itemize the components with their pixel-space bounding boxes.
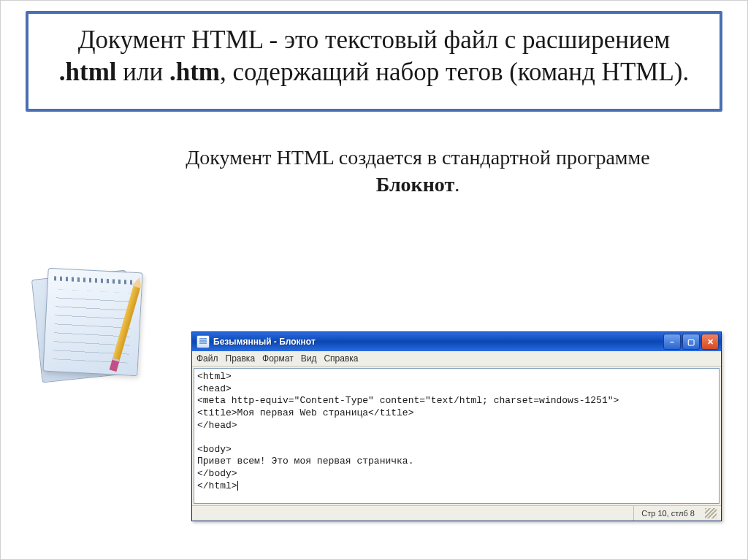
title-bold-2: .htm xyxy=(169,58,220,86)
menu-bar: Файл Правка Формат Вид Справка xyxy=(192,351,721,367)
notepad-app-icon xyxy=(196,335,210,348)
window-buttons: – ▢ ✕ xyxy=(663,334,719,350)
status-cursor-pos: Стр 10, стлб 8 xyxy=(633,506,702,521)
subtitle-text-2: . xyxy=(454,173,459,196)
subtitle: Документ HTML создается в стандартной пр… xyxy=(26,144,722,199)
menu-file[interactable]: Файл xyxy=(196,353,218,364)
title-text-3: , содержащий набор тегов (команд HTML). xyxy=(220,58,689,86)
menu-format[interactable]: Формат xyxy=(262,353,294,364)
title-text-2: или xyxy=(117,58,169,86)
menu-view[interactable]: Вид xyxy=(301,353,317,364)
resize-grip-icon[interactable] xyxy=(705,508,717,518)
subtitle-bold: Блокнот xyxy=(376,173,455,196)
title-text-1: Документ HTML - это текстовый файл с рас… xyxy=(78,26,671,54)
menu-help[interactable]: Справка xyxy=(324,353,358,364)
maximize-button[interactable]: ▢ xyxy=(682,334,700,350)
title-bold-1: .html xyxy=(59,58,117,86)
notepad-illustration-icon xyxy=(23,253,148,391)
window-title: Безымянный - Блокнот xyxy=(213,337,663,347)
subtitle-text-1: Документ HTML создается в стандартной пр… xyxy=(186,146,649,169)
window-titlebar[interactable]: Безымянный - Блокнот – ▢ ✕ xyxy=(192,332,721,351)
editor-textarea[interactable]: <html> <head> <meta http-equiv="Content-… xyxy=(194,368,720,504)
notepad-window: Безымянный - Блокнот – ▢ ✕ Файл Правка Ф… xyxy=(191,331,722,521)
close-button[interactable]: ✕ xyxy=(701,334,719,350)
menu-edit[interactable]: Правка xyxy=(226,353,256,364)
slide: Документ HTML - это текстовый файл с рас… xyxy=(0,0,748,560)
status-bar: Стр 10, стлб 8 xyxy=(192,505,721,521)
title-box: Документ HTML - это текстовый файл с рас… xyxy=(26,11,722,112)
minimize-button[interactable]: – xyxy=(663,334,681,350)
